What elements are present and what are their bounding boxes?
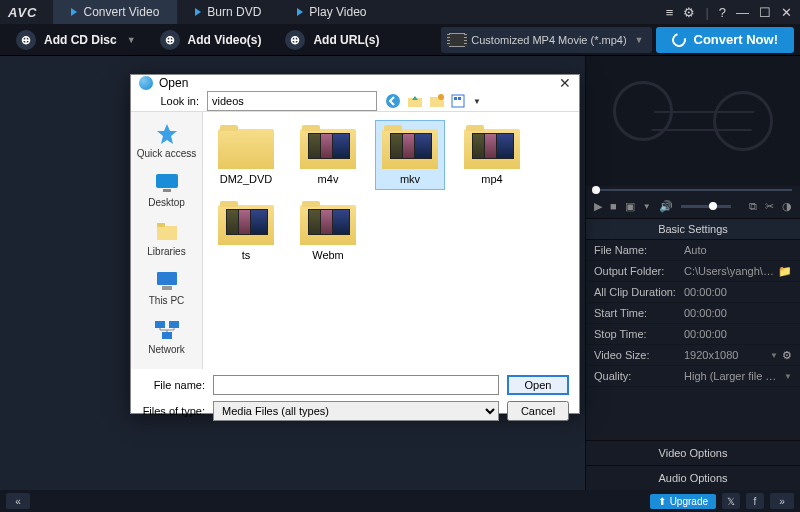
cut-icon[interactable]: ✂ <box>765 200 774 213</box>
add-urls-button[interactable]: ⊕Add URL(s) <box>275 27 389 53</box>
svg-rect-9 <box>157 226 177 240</box>
folder-ts[interactable]: ts <box>211 196 281 266</box>
title-bar: AVC Convert Video Burn DVD Play Video ≡ … <box>0 0 800 24</box>
chevron-down-icon: ▼ <box>127 35 136 45</box>
look-in-dropdown[interactable] <box>207 91 377 111</box>
folder-icon[interactable]: 📁 <box>778 265 792 278</box>
output-profile-dropdown[interactable]: Customized MP4 Movie (*.mp4) ▼ <box>441 27 651 53</box>
convert-now-button[interactable]: Convert Now! <box>656 27 795 53</box>
filmstrip-placeholder-icon <box>613 81 773 161</box>
profile-label: Customized MP4 Movie (*.mp4) <box>471 34 626 46</box>
button-label: Convert Now! <box>694 32 779 47</box>
snapshot-icon[interactable]: ▣ <box>625 200 635 213</box>
timeline-slider[interactable] <box>586 186 800 194</box>
facebook-icon[interactable]: f <box>746 493 764 509</box>
collapse-right-button[interactable]: » <box>770 493 794 509</box>
folder-mkv[interactable]: mkv <box>375 120 445 190</box>
chevron-down-icon[interactable]: ▼ <box>473 97 481 106</box>
side-panel: ▶ ■ ▣ ▼ 🔊 ⧉ ✂ ◑ Basic Settings File Name… <box>585 56 800 490</box>
place-this-pc[interactable]: This PC <box>131 265 202 314</box>
svg-rect-13 <box>155 321 165 328</box>
folder-webm[interactable]: Webm <box>293 196 363 266</box>
open-file-dialog: Open ✕ Look in: ▼ Quick access Desktop L… <box>130 74 580 414</box>
cancel-button[interactable]: Cancel <box>507 401 569 421</box>
stop-icon[interactable]: ■ <box>610 200 617 212</box>
place-quick-access[interactable]: Quick access <box>131 118 202 167</box>
maximize-icon[interactable]: ☐ <box>759 5 771 20</box>
chevron-down-icon: ▼ <box>784 372 792 381</box>
view-menu-icon[interactable] <box>451 93 467 109</box>
twitter-icon[interactable]: 𝕏 <box>722 493 740 509</box>
collapse-left-button[interactable]: « <box>6 493 30 509</box>
preview-pane <box>586 56 800 186</box>
setting-video-size[interactable]: Video Size:1920x1080▼⚙ <box>586 345 800 366</box>
add-videos-button[interactable]: ⊕Add Video(s) <box>150 27 272 53</box>
gear-icon[interactable]: ⚙ <box>782 349 792 362</box>
svg-rect-11 <box>157 272 177 285</box>
basic-settings-header: Basic Settings <box>586 218 800 240</box>
dialog-title: Open <box>159 76 188 90</box>
svg-rect-14 <box>169 321 179 328</box>
folder-dm2_dvd[interactable]: DM2_DVD <box>211 120 281 190</box>
file-browser[interactable]: DM2_DVDm4vmkvmp4tsWebm <box>203 112 579 369</box>
file-type-dropdown[interactable]: Media Files (all types) <box>213 401 499 421</box>
folder-label: m4v <box>298 173 358 185</box>
menu-icon[interactable]: ≡ <box>666 5 674 20</box>
svg-point-0 <box>386 94 400 108</box>
up-arrow-icon: ⬆ <box>658 496 666 507</box>
upgrade-button[interactable]: ⬆Upgrade <box>650 494 716 509</box>
folder-label: ts <box>216 249 276 261</box>
places-bar: Quick access Desktop Libraries This PC N… <box>131 112 203 369</box>
look-in-label: Look in: <box>139 95 199 107</box>
crop-icon[interactable]: ⧉ <box>749 200 757 213</box>
close-icon[interactable]: ✕ <box>559 75 571 91</box>
play-icon[interactable]: ▶ <box>594 200 602 213</box>
place-desktop[interactable]: Desktop <box>131 167 202 216</box>
dialog-body: Quick access Desktop Libraries This PC N… <box>131 111 579 369</box>
tab-play-video[interactable]: Play Video <box>279 0 384 24</box>
tab-burn-dvd[interactable]: Burn DVD <box>177 0 279 24</box>
video-options-button[interactable]: Video Options <box>586 440 800 465</box>
new-folder-icon[interactable] <box>429 93 445 109</box>
dialog-footer: File name: Open Files of type: Media Fil… <box>131 369 579 437</box>
button-label: Add Video(s) <box>188 33 262 47</box>
file-name-input[interactable] <box>213 375 499 395</box>
place-libraries[interactable]: Libraries <box>131 216 202 265</box>
open-button[interactable]: Open <box>507 375 569 395</box>
folder-label: mkv <box>380 173 440 185</box>
button-label: Add CD Disc <box>44 33 117 47</box>
tab-label: Burn DVD <box>207 5 261 19</box>
svg-rect-12 <box>162 286 172 290</box>
window-controls: ≡ ⚙ | ? — ☐ ✕ <box>666 5 792 20</box>
chevron-down-icon: ▼ <box>770 351 778 360</box>
chevron-down-icon[interactable]: ▼ <box>643 202 651 211</box>
audio-options-button[interactable]: Audio Options <box>586 465 800 490</box>
close-icon[interactable]: ✕ <box>781 5 792 20</box>
folder-label: Webm <box>298 249 358 261</box>
file-name-label: File name: <box>141 379 205 391</box>
setting-file-name: File Name:Auto <box>586 240 800 261</box>
tab-convert-video[interactable]: Convert Video <box>53 0 177 24</box>
folder-mp4[interactable]: mp4 <box>457 120 527 190</box>
place-network[interactable]: Network <box>131 314 202 363</box>
up-folder-icon[interactable] <box>407 93 423 109</box>
volume-icon[interactable]: 🔊 <box>659 200 673 213</box>
folder-m4v[interactable]: m4v <box>293 120 363 190</box>
status-bar: « ⬆Upgrade 𝕏 f » <box>0 490 800 512</box>
help-icon[interactable]: ? <box>719 5 726 20</box>
effects-icon[interactable]: ◑ <box>782 200 792 213</box>
back-icon[interactable] <box>385 93 401 109</box>
setting-quality[interactable]: Quality:High (Larger file size)▼ <box>586 366 800 387</box>
settings-icon[interactable]: ⚙ <box>683 5 695 20</box>
play-icon <box>71 8 77 16</box>
tab-label: Play Video <box>309 5 366 19</box>
add-cd-disc-button[interactable]: ⊕Add CD Disc▼ <box>6 27 146 53</box>
playback-controls: ▶ ■ ▣ ▼ 🔊 ⧉ ✂ ◑ <box>586 194 800 218</box>
chevron-down-icon: ▼ <box>635 35 644 45</box>
minimize-icon[interactable]: — <box>736 5 749 20</box>
volume-slider[interactable] <box>681 205 731 208</box>
tab-label: Convert Video <box>83 5 159 19</box>
svg-rect-5 <box>454 97 457 100</box>
look-in-bar: Look in: ▼ <box>131 91 579 111</box>
setting-clip-duration: All Clip Duration:00:00:00 <box>586 282 800 303</box>
